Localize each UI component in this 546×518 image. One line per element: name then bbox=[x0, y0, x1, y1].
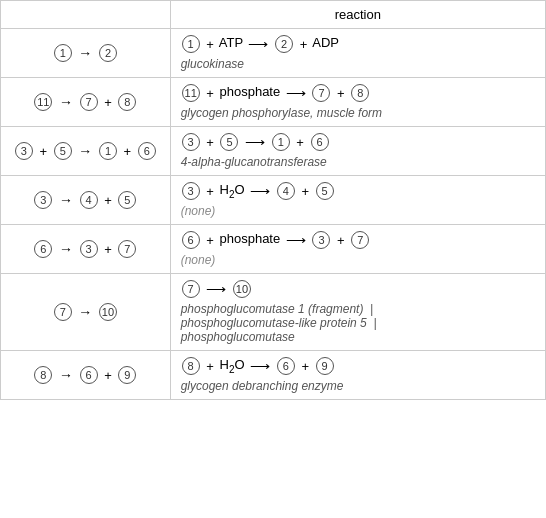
circled-number: 1 bbox=[54, 44, 72, 62]
circled-number: 2 bbox=[99, 44, 117, 62]
enzyme-name-2: glycogen phosphorylase, muscle form bbox=[181, 106, 535, 120]
equation-left-6: 7 → 10 bbox=[1, 274, 171, 351]
circled-number: 6 bbox=[311, 133, 329, 151]
circled-number: 1 bbox=[182, 35, 200, 53]
circled-number: 6 bbox=[34, 240, 52, 258]
circled-number: 9 bbox=[316, 357, 334, 375]
table-row: 6 → 3 + 7 6 + phosphate ⟶ 3 + 7 (none) bbox=[1, 225, 546, 274]
reaction-formula: 1 + ATP ⟶ 2 + ADP bbox=[181, 35, 535, 53]
circled-number: 6 bbox=[277, 357, 295, 375]
enzyme-name-5: (none) bbox=[181, 253, 535, 267]
circled-number: 8 bbox=[118, 93, 136, 111]
circled-number: 8 bbox=[182, 357, 200, 375]
circled-number: 2 bbox=[275, 35, 293, 53]
enzyme-name-7: glycogen debranching enzyme bbox=[181, 379, 535, 393]
col-header-reaction: reaction bbox=[170, 1, 545, 29]
reaction-right-1: 1 + ATP ⟶ 2 + ADP glucokinase bbox=[170, 29, 545, 78]
adp-label: ADP bbox=[312, 35, 339, 50]
circled-number: 3 bbox=[34, 191, 52, 209]
equation-left-7: 8 → 6 + 9 bbox=[1, 351, 171, 400]
reaction-formula: 6 + phosphate ⟶ 3 + 7 bbox=[181, 231, 535, 249]
circled-number: 11 bbox=[34, 93, 52, 111]
circled-number: 4 bbox=[277, 182, 295, 200]
reaction-formula: 3 + 5 ⟶ 1 + 6 bbox=[181, 133, 535, 151]
reaction-right-4: 3 + H2O ⟶ 4 + 5 (none) bbox=[170, 176, 545, 225]
circled-number: 8 bbox=[34, 366, 52, 384]
table-row: 3 → 4 + 5 3 + H2O ⟶ 4 + 5 (none) bbox=[1, 176, 546, 225]
circled-number: 7 bbox=[54, 303, 72, 321]
circled-number: 7 bbox=[312, 84, 330, 102]
table-row: 8 → 6 + 9 8 + H2O ⟶ 6 + 9 glycogen debra… bbox=[1, 351, 546, 400]
table-row: 3 + 5 → 1 + 6 3 + 5 ⟶ 1 + 6 4-alpha-gluc… bbox=[1, 127, 546, 176]
reaction-right-7: 8 + H2O ⟶ 6 + 9 glycogen debranching enz… bbox=[170, 351, 545, 400]
circled-number: 10 bbox=[233, 280, 251, 298]
circled-number: 7 bbox=[118, 240, 136, 258]
circled-number: 8 bbox=[351, 84, 369, 102]
circled-number: 6 bbox=[138, 142, 156, 160]
table-row: 7 → 10 7 ⟶ 10 phosphoglucomutase 1 (frag… bbox=[1, 274, 546, 351]
circled-number: 11 bbox=[182, 84, 200, 102]
circled-number: 1 bbox=[99, 142, 117, 160]
phosphate-label: phosphate bbox=[219, 84, 280, 99]
reaction-right-5: 6 + phosphate ⟶ 3 + 7 (none) bbox=[170, 225, 545, 274]
circled-number: 10 bbox=[99, 303, 117, 321]
equation-left-2: 11 → 7 + 8 bbox=[1, 78, 171, 127]
reaction-right-2: 11 + phosphate ⟶ 7 + 8 glycogen phosphor… bbox=[170, 78, 545, 127]
reaction-right-6: 7 ⟶ 10 phosphoglucomutase 1 (fragment) |… bbox=[170, 274, 545, 351]
table-row: 1 → 2 1 + ATP ⟶ 2 + ADP glucokinase bbox=[1, 29, 546, 78]
circled-number: 9 bbox=[118, 366, 136, 384]
circled-number: 7 bbox=[182, 280, 200, 298]
circled-number: 5 bbox=[316, 182, 334, 200]
water-label: H2O bbox=[219, 182, 244, 197]
circled-number: 3 bbox=[182, 133, 200, 151]
equation-left-4: 3 → 4 + 5 bbox=[1, 176, 171, 225]
equation-left-1: 1 → 2 bbox=[1, 29, 171, 78]
circled-number: 3 bbox=[80, 240, 98, 258]
equation-left-3: 3 + 5 → 1 + 6 bbox=[1, 127, 171, 176]
atp-label: ATP bbox=[219, 35, 243, 50]
circled-number: 1 bbox=[272, 133, 290, 151]
reaction-formula: 8 + H2O ⟶ 6 + 9 bbox=[181, 357, 535, 375]
circled-number: 4 bbox=[80, 191, 98, 209]
circled-number: 6 bbox=[182, 231, 200, 249]
equation-left-5: 6 → 3 + 7 bbox=[1, 225, 171, 274]
enzyme-name-6: phosphoglucomutase 1 (fragment) |phospho… bbox=[181, 302, 535, 344]
enzyme-name-3: 4-alpha-glucanotransferase bbox=[181, 155, 535, 169]
circled-number: 5 bbox=[118, 191, 136, 209]
circled-number: 3 bbox=[312, 231, 330, 249]
enzyme-name-1: glucokinase bbox=[181, 57, 535, 71]
col-header-left bbox=[1, 1, 171, 29]
circled-number: 7 bbox=[351, 231, 369, 249]
reaction-formula: 11 + phosphate ⟶ 7 + 8 bbox=[181, 84, 535, 102]
reaction-right-3: 3 + 5 ⟶ 1 + 6 4-alpha-glucanotransferase bbox=[170, 127, 545, 176]
reaction-formula: 3 + H2O ⟶ 4 + 5 bbox=[181, 182, 535, 200]
water-label-2: H2O bbox=[219, 357, 244, 372]
circled-number: 5 bbox=[54, 142, 72, 160]
circled-number: 5 bbox=[220, 133, 238, 151]
enzyme-name-4: (none) bbox=[181, 204, 535, 218]
circled-number: 6 bbox=[80, 366, 98, 384]
circled-number: 3 bbox=[15, 142, 33, 160]
circled-number: 7 bbox=[80, 93, 98, 111]
table-row: 11 → 7 + 8 11 + phosphate ⟶ 7 + 8 glycog… bbox=[1, 78, 546, 127]
circled-number: 3 bbox=[182, 182, 200, 200]
phosphate-label-2: phosphate bbox=[219, 231, 280, 246]
reaction-formula: 7 ⟶ 10 bbox=[181, 280, 535, 298]
